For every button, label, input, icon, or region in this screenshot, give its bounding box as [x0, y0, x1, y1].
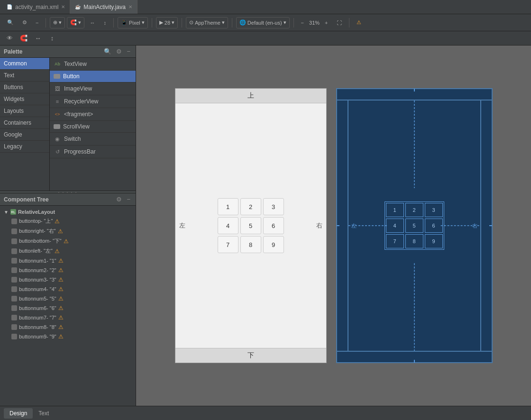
tree-buttonbottom[interactable]: buttonbottom- "下" ⚠ — [0, 236, 136, 246]
category-text[interactable]: Text — [0, 70, 49, 82]
arrows-h-button[interactable]: ↔ — [86, 17, 98, 29]
palette-item-imageview-label: ImageView — [64, 85, 92, 92]
palette-settings-btn[interactable]: ⚙ — [115, 47, 123, 55]
palette-item-fragment[interactable]: <> <fragment> — [50, 108, 136, 121]
palette-item-textview[interactable]: Ab TextView — [50, 58, 136, 71]
tree-root[interactable]: ▼ RL RelativeLayout — [0, 208, 136, 216]
zoom-out-button[interactable]: − — [298, 17, 307, 29]
bp-btn-4[interactable]: 4 — [386, 219, 404, 233]
grid-btn-7[interactable]: 7 — [218, 236, 238, 253]
palette-item-switch[interactable]: ◉ Switch — [50, 133, 136, 146]
tree-buttontop[interactable]: buttontop- "上" ⚠ — [0, 216, 136, 226]
tab-xml[interactable]: 📄 activity_main.xml ✕ — [2, 0, 70, 14]
locale-dropdown[interactable]: 🌐 Default (en-us) ▾ — [236, 17, 290, 28]
tree-buttonnum6[interactable]: buttonnum6- "6" ⚠ — [0, 303, 136, 313]
category-legacy[interactable]: Legacy — [0, 141, 49, 153]
grid-btn-3[interactable]: 3 — [263, 198, 284, 215]
palette-item-fragment-label: <fragment> — [64, 111, 93, 118]
arrows-h2-button[interactable]: ↔ — [32, 33, 44, 44]
grid-btn-8[interactable]: 8 — [240, 236, 261, 253]
category-containers[interactable]: Containers — [0, 117, 49, 129]
buttonnum7-icon — [11, 315, 17, 320]
collapse-button[interactable]: − — [32, 17, 42, 29]
bp-btn-9[interactable]: 9 — [425, 234, 443, 248]
orient-dropdown[interactable]: ⊕ ▾ — [50, 17, 65, 28]
palette-item-imageview[interactable]: 🖼 ImageView — [50, 82, 136, 95]
bp-btn-2[interactable]: 2 — [405, 203, 423, 217]
bottom-tab-text-label: Text — [38, 410, 49, 417]
bp-btn-5[interactable]: 5 — [405, 219, 423, 233]
palette-search-btn[interactable]: 🔍 — [102, 47, 113, 55]
bp-btn-3[interactable]: 3 — [425, 203, 443, 217]
tree-buttonnum1[interactable]: buttonnum1- "1" ⚠ — [0, 256, 136, 265]
palette-item-progressbar[interactable]: ↺ ProgressBar — [50, 146, 136, 158]
bp-right-marker — [489, 225, 492, 226]
palette-item-button-label: Button — [63, 73, 80, 80]
settings-button[interactable]: ⚙ — [19, 17, 30, 29]
arrows-v2-button[interactable]: ↕ — [46, 33, 58, 44]
grid-btn-2[interactable]: 2 — [240, 198, 261, 215]
grid-btn-9[interactable]: 9 — [263, 236, 284, 253]
category-widgets[interactable]: Widgets — [0, 93, 49, 105]
eye-button[interactable]: 👁 — [4, 33, 15, 44]
zoom-in-button[interactable]: + — [321, 17, 331, 29]
bottom-tab-design[interactable]: Design — [4, 408, 33, 419]
device-dropdown[interactable]: 📱 Pixel ▾ — [118, 17, 148, 28]
grid-btn-1[interactable]: 1 — [218, 198, 238, 215]
tab-java[interactable]: ☕ MainActivity.java ✕ — [70, 0, 137, 14]
tree-buttonnum7[interactable]: buttonnum7- "7" ⚠ — [0, 313, 136, 322]
tree-indent-buttonnum1: buttonnum1- "1" ⚠ — [4, 257, 64, 264]
api-dropdown[interactable]: ▶ 28 ▾ — [156, 17, 178, 28]
separator-2 — [113, 18, 114, 27]
bottom-tab-text[interactable]: Text — [33, 408, 55, 419]
tree-buttonnum4[interactable]: buttonnum4- "4" ⚠ — [0, 284, 136, 294]
grid-btn-5[interactable]: 5 — [240, 217, 261, 234]
theme-dropdown[interactable]: ⊙ AppTheme ▾ — [186, 17, 228, 28]
tab-xml-close[interactable]: ✕ — [61, 4, 65, 9]
bp-left-label: 左 — [351, 222, 357, 229]
bp-btn-7[interactable]: 7 — [386, 234, 404, 248]
magnet-dropdown[interactable]: 🧲 ▾ — [67, 17, 84, 28]
warn-icon: ⚠ — [357, 19, 361, 26]
tree-buttonnum2[interactable]: buttonnum2- "2" ⚠ — [0, 265, 136, 275]
theme-icon: ⊙ — [189, 19, 193, 26]
arrows-v-button[interactable]: ↕ — [100, 17, 110, 29]
tree-minimize-btn[interactable]: − — [125, 195, 132, 203]
tree-indent-buttonnum5: buttonnum5- "5" ⚠ — [4, 295, 64, 302]
category-google[interactable]: Google — [0, 129, 49, 141]
tree-buttonright[interactable]: buttonright- "右" ⚠ — [0, 226, 136, 236]
palette-item-recyclerview[interactable]: ≡ RecyclerView — [50, 95, 136, 108]
palette-item-button[interactable]: Button — [50, 71, 136, 82]
search-button[interactable]: 🔍 — [4, 17, 17, 29]
tree-buttonnum5[interactable]: buttonnum5- "5" ⚠ — [0, 294, 136, 303]
tree-buttonnum8[interactable]: buttonnum8- "8" ⚠ — [0, 322, 136, 332]
zoom-out-icon: − — [301, 20, 304, 26]
bp-btn-1[interactable]: 1 — [386, 203, 404, 217]
category-buttons[interactable]: Buttons — [0, 82, 49, 93]
tree-buttonnum3[interactable]: buttonnum3- "3" ⚠ — [0, 275, 136, 284]
tree-indent-buttonnum9: buttonnum9- "9" ⚠ — [4, 333, 64, 340]
tab-java-close[interactable]: ✕ — [128, 4, 132, 9]
device-icon: 📱 — [121, 19, 128, 26]
separator-3 — [152, 18, 152, 27]
warn-button[interactable]: ⚠ — [353, 17, 365, 29]
tree-buttonnum9[interactable]: buttonnum9- "9" ⚠ — [0, 332, 136, 341]
search-icon: 🔍 — [7, 19, 14, 26]
palette-item-scrollview[interactable]: ScrollView — [50, 121, 136, 133]
fit-button[interactable]: ⛶ — [333, 17, 345, 29]
secondary-toolbar: 👁 🧲 ↔ ↕ — [0, 31, 531, 46]
component-tree-body: ▼ RL RelativeLayout buttontop- "上" ⚠ but… — [0, 206, 136, 406]
grid-btn-6[interactable]: 6 — [263, 217, 284, 234]
category-layouts[interactable]: Layouts — [0, 105, 49, 117]
buttonnum4-icon — [11, 286, 17, 292]
tree-buttonleft[interactable]: buttonleft- "左" ⚠ — [0, 246, 136, 256]
phone-right-label: 右 — [316, 221, 322, 230]
tree-settings-btn[interactable]: ⚙ — [115, 195, 123, 203]
api-chevron: ▾ — [172, 19, 174, 26]
magnet2-button[interactable]: 🧲 — [18, 33, 29, 44]
grid-btn-4[interactable]: 4 — [218, 217, 238, 234]
palette-minimize-btn[interactable]: − — [125, 47, 132, 55]
bp-btn-8[interactable]: 8 — [405, 234, 423, 248]
category-common[interactable]: Common — [0, 58, 49, 70]
bp-btn-6[interactable]: 6 — [425, 219, 443, 233]
